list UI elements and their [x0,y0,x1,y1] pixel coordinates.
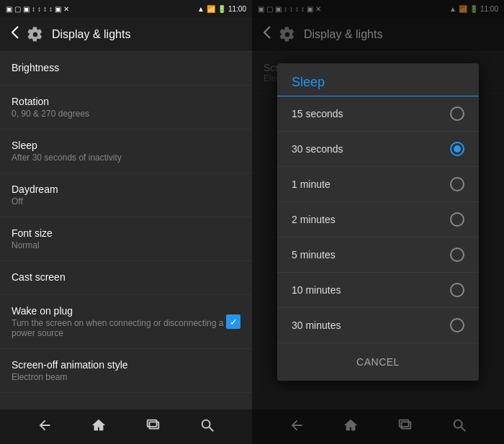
cancel-button[interactable]: Cancel [339,352,417,372]
left-header: Display & lights [0,17,252,52]
left-settings-list: Brightness Rotation 0, 90 & 270 degrees … [0,52,252,409]
settings-item-brightness[interactable]: Brightness [0,52,252,86]
settings-item-sleep[interactable]: Sleep After 30 seconds of inactivity [0,130,252,173]
radio-10min[interactable] [450,283,464,297]
sleep-option-1min[interactable]: 1 minute [277,167,479,202]
left-nav-search-icon[interactable] [199,417,215,436]
radio-2min[interactable] [450,212,464,227]
radio-15s[interactable] [450,107,464,121]
left-time: 11:00 [228,5,246,13]
sleep-option-15s[interactable]: 15 seconds [277,96,479,132]
left-gear-icon [27,27,43,42]
right-screen-panel: ▣ ▢ ▣ ↕ ↕ ↕ ↕ ▣ ✕ ▲ 📶 🔋 11:00 Display & … [252,0,504,444]
sleep-option-2min[interactable]: 2 minutes [277,202,479,237]
radio-5min[interactable] [450,248,464,262]
settings-item-rotation[interactable]: Rotation 0, 90 & 270 degrees [0,86,252,130]
sleep-dialog-overlay: Sleep 15 seconds 30 seconds 1 minute 2 m [252,0,504,444]
left-screen-panel: ▣ ▢ ▣ ↕ ↕ ↕ ↕ ▣ ✕ ▲ 📶 🔋 11:00 Display & … [0,0,252,444]
settings-item-wake-on-plug[interactable]: Wake on plug Turn the screen on when con… [0,295,252,349]
sleep-option-30min[interactable]: 30 minutes [277,308,479,343]
sleep-dialog: Sleep 15 seconds 30 seconds 1 minute 2 m [277,63,479,381]
settings-item-cast-screen[interactable]: Cast screen [0,261,252,295]
left-header-title: Display & lights [52,28,130,41]
left-nav-home-icon[interactable] [91,417,107,436]
left-nav-back-icon[interactable] [37,417,53,437]
radio-1min[interactable] [450,177,464,191]
svg-point-2 [202,420,210,428]
wake-on-plug-checkbox[interactable]: ✓ [226,314,240,329]
settings-item-screen-off-animation[interactable]: Screen-off animation style Electron beam [0,349,252,393]
sleep-option-10min[interactable]: 10 minutes [277,273,479,308]
left-status-icons-right: ▲ 📶 🔋 11:00 [197,5,246,13]
left-status-icons-left: ▣ ▢ ▣ ↕ ↕ ↕ ↕ ▣ ✕ [6,5,69,13]
left-nav-recents-icon[interactable] [145,417,161,436]
dialog-title: Sleep [277,63,479,96]
left-status-bar: ▣ ▢ ▣ ↕ ↕ ↕ ↕ ▣ ✕ ▲ 📶 🔋 11:00 [0,0,252,17]
left-back-icon[interactable] [12,26,19,42]
settings-item-daydream[interactable]: Daydream Off [0,173,252,217]
svg-line-3 [210,427,214,432]
sleep-option-30s[interactable]: 30 seconds [277,132,479,167]
left-nav-bar [0,409,252,444]
settings-item-font-size[interactable]: Font size Normal [0,217,252,261]
sleep-option-5min[interactable]: 5 minutes [277,237,479,273]
radio-30s-fill [454,145,461,153]
dialog-cancel-row: Cancel [277,343,479,381]
radio-30s[interactable] [450,142,464,156]
radio-30min[interactable] [450,318,464,332]
